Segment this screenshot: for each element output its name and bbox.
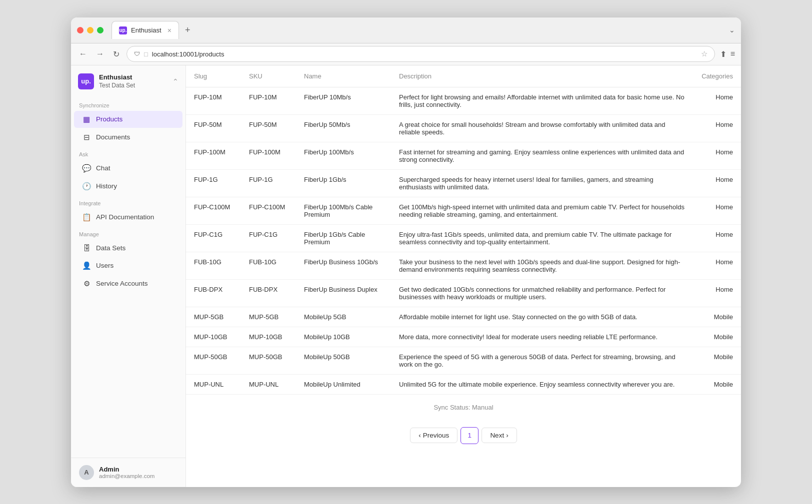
pagination: ‹ Previous 1 Next › <box>186 420 741 454</box>
table-row[interactable]: FUP-100M FUP-100M FiberUp 100Mb/s Fast i… <box>186 142 741 169</box>
forward-button[interactable]: → <box>94 47 106 60</box>
tab-label: Enthusiast <box>131 26 162 34</box>
sidebar-label-products: Products <box>96 115 122 123</box>
table-row[interactable]: FUP-50M FUP-50M FiberUp 50Mb/s A great c… <box>186 114 741 142</box>
cell-category: Mobile <box>694 347 741 374</box>
back-button[interactable]: ← <box>77 47 89 60</box>
chevron-down-icon: ⌄ <box>729 26 735 34</box>
table-header: Slug SKU Name Description Categories <box>186 65 741 87</box>
cell-sku: FUP-10M <box>241 87 296 114</box>
cell-category: Home <box>694 224 741 252</box>
cell-slug: FUB-10G <box>186 252 241 279</box>
data-sets-icon: 🗄 <box>82 244 91 252</box>
main-content: up. Enthusiast Test Data Set ⌃ Synchroni… <box>71 65 741 487</box>
cell-sku: MUP-10GB <box>241 327 296 347</box>
sync-status: Sync Status: Manual <box>186 395 741 420</box>
cell-category: Mobile <box>694 327 741 347</box>
security-icon: 🛡 <box>134 50 140 57</box>
close-button[interactable] <box>77 27 84 33</box>
table-body: FUP-10M FUP-10M FiberUP 10Mb/s Perfect f… <box>186 87 741 394</box>
sidebar-item-chat[interactable]: 💬 Chat <box>74 160 182 177</box>
cell-category: Home <box>694 252 741 279</box>
cell-description: Take your business to the next level wit… <box>391 252 694 279</box>
cell-name: MobileUp 10GB <box>296 327 391 347</box>
cell-category: Home <box>694 169 741 197</box>
cell-name: MobileUp 5GB <box>296 307 391 327</box>
next-button[interactable]: Next › <box>482 428 516 443</box>
table-row[interactable]: FUB-10G FUB-10G FiberUp Business 10Gb/s … <box>186 252 741 279</box>
menu-icon[interactable]: ≡ <box>730 49 735 59</box>
table-row[interactable]: FUP-C1G FUP-C1G FiberUp 1Gb/s Cable Prem… <box>186 224 741 252</box>
cell-name: FiberUp Business Duplex <box>296 279 391 307</box>
refresh-button[interactable]: ↻ <box>111 47 122 61</box>
sidebar-label-documents: Documents <box>96 133 130 141</box>
section-label-ask: Ask <box>71 146 186 159</box>
sidebar-item-documents[interactable]: ⊟ Documents <box>74 129 182 146</box>
cell-name: FiberUp 100Mb/s Cable Premium <box>296 197 391 224</box>
bookmark-icon[interactable]: ☆ <box>701 49 708 58</box>
cell-description: Enjoy ultra-fast 1Gb/s speeds, unlimited… <box>391 224 694 252</box>
sidebar-item-history[interactable]: 🕐 History <box>74 178 182 195</box>
app-name: Enthusiast <box>99 73 135 82</box>
col-header-sku: SKU <box>241 65 296 87</box>
sidebar-item-service-accounts[interactable]: ⚙ Service Accounts <box>74 275 182 292</box>
sidebar-item-users[interactable]: 👤 Users <box>74 257 182 274</box>
table-row[interactable]: MUP-10GB MUP-10GB MobileUp 10GB More dat… <box>186 327 741 347</box>
table-row[interactable]: FUB-DPX FUB-DPX FiberUp Business Duplex … <box>186 279 741 307</box>
section-label-manage: Manage <box>71 226 186 239</box>
sidebar-item-api-docs[interactable]: 📋 API Documentation <box>74 209 182 226</box>
cell-category: Home <box>694 142 741 169</box>
address-bar: ← → ↻ 🛡 □ localhost:10001/products ☆ ⬆ ≡ <box>71 43 741 65</box>
cell-description: Perfect for light browsing and emails! A… <box>391 87 694 114</box>
cell-slug: MUP-UNL <box>186 374 241 394</box>
cell-description: Experience the speed of 5G with a genero… <box>391 347 694 374</box>
previous-button[interactable]: ‹ Previous <box>410 428 458 443</box>
cell-sku: MUP-5GB <box>241 307 296 327</box>
table-row[interactable]: FUP-10M FUP-10M FiberUP 10Mb/s Perfect f… <box>186 87 741 114</box>
col-header-slug: Slug <box>186 65 241 87</box>
expand-icon[interactable]: ⌃ <box>172 77 178 85</box>
cell-slug: FUP-1G <box>186 169 241 197</box>
history-icon: 🕐 <box>82 182 91 191</box>
cell-sku: FUP-100M <box>241 142 296 169</box>
cell-sku: FUP-C1G <box>241 224 296 252</box>
table-row[interactable]: FUP-C100M FUP-C100M FiberUp 100Mb/s Cabl… <box>186 197 741 224</box>
cell-description: Get 100Mb/s high-speed internet with unl… <box>391 197 694 224</box>
title-bar-actions: ⌄ <box>729 26 735 34</box>
maximize-button[interactable] <box>97 27 104 33</box>
sidebar-label-service-accounts: Service Accounts <box>96 280 148 287</box>
cell-slug: FUP-C1G <box>186 224 241 252</box>
table-row[interactable]: MUP-UNL MUP-UNL MobileUp Unlimited Unlim… <box>186 374 741 394</box>
sidebar-item-data-sets[interactable]: 🗄 Data Sets <box>74 240 182 256</box>
new-tab-button[interactable]: + <box>181 23 194 37</box>
cell-description: Affordable mobile internet for light use… <box>391 307 694 327</box>
cell-description: A great choice for small households! Str… <box>391 114 694 142</box>
sidebar: up. Enthusiast Test Data Set ⌃ Synchroni… <box>71 65 186 487</box>
browser-tab[interactable]: up. Enthusiast × <box>112 21 179 39</box>
cell-name: FiberUp 1Gb/s Cable Premium <box>296 224 391 252</box>
app-subtitle: Test Data Set <box>99 82 135 89</box>
cell-slug: MUP-50GB <box>186 347 241 374</box>
browser-window: up. Enthusiast × + ⌄ ← → ↻ 🛡 □ localhost… <box>71 17 741 487</box>
minimize-button[interactable] <box>87 27 94 33</box>
tab-favicon: up. <box>119 26 127 34</box>
cell-name: FiberUp 50Mb/s <box>296 114 391 142</box>
sidebar-header[interactable]: up. Enthusiast Test Data Set ⌃ <box>71 65 186 97</box>
traffic-lights <box>77 27 104 33</box>
cell-category: Home <box>694 87 741 114</box>
title-bar: up. Enthusiast × + ⌄ <box>71 17 741 43</box>
url-bar[interactable]: 🛡 □ localhost:10001/products ☆ <box>126 46 715 62</box>
sidebar-item-products[interactable]: ▦ Products <box>74 111 182 128</box>
cell-category: Home <box>694 279 741 307</box>
upload-icon[interactable]: ⬆ <box>720 49 726 59</box>
table-row[interactable]: MUP-5GB MUP-5GB MobileUp 5GB Affordable … <box>186 307 741 327</box>
sidebar-label-history: History <box>96 182 117 190</box>
col-header-description: Description <box>391 65 694 87</box>
table-row[interactable]: MUP-50GB MUP-50GB MobileUp 50GB Experien… <box>186 347 741 374</box>
user-email: admin@example.com <box>99 473 154 479</box>
tab-close-button[interactable]: × <box>168 26 172 34</box>
cell-description: Get two dedicated 10Gb/s connections for… <box>391 279 694 307</box>
current-page[interactable]: 1 <box>460 427 478 444</box>
api-docs-icon: 📋 <box>82 213 91 222</box>
table-row[interactable]: FUP-1G FUP-1G FiberUp 1Gb/s Supercharged… <box>186 169 741 197</box>
